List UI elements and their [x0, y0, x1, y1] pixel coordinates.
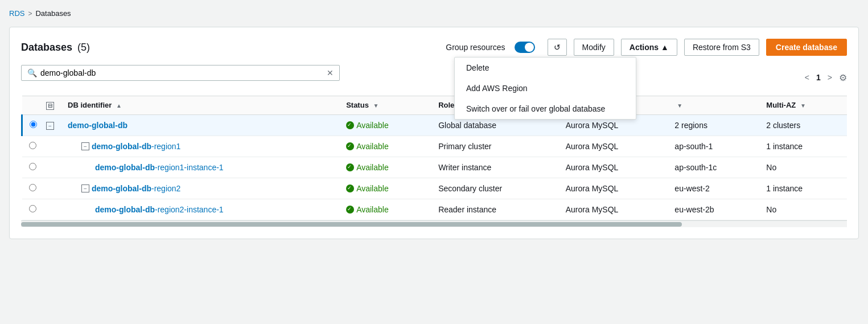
table-container: ⊟ DB identifier ▲ Status ▼ Role ▼ Engine: [21, 96, 847, 227]
actions-dropdown: Delete Add AWS Region Switch over or fai…: [454, 57, 636, 120]
multiaz-cell: No: [759, 199, 847, 220]
radio-cell[interactable]: [22, 178, 40, 199]
expand-cell: [39, 157, 61, 178]
table-row: demo-global-db-region2-instance-1 Availa…: [22, 199, 848, 220]
page-wrapper: RDS > Databases Databases (5) Group reso…: [0, 0, 868, 324]
role-cell: Reader instance: [431, 199, 559, 220]
pagination-controls: < 1 > ⚙: [803, 72, 847, 83]
row-radio[interactable]: [29, 205, 36, 212]
status-badge: Available: [346, 142, 425, 151]
status-check-icon: [346, 121, 354, 129]
panel-title: Databases (5): [21, 42, 90, 54]
expand-icon[interactable]: −: [81, 184, 89, 192]
th-multiaz[interactable]: Multi-AZ ▼: [759, 96, 847, 115]
dropdown-item-delete[interactable]: Delete: [455, 58, 636, 78]
modify-button[interactable]: Modify: [574, 39, 614, 56]
search-input[interactable]: [40, 68, 327, 77]
dropdown-item-switchover[interactable]: Switch over or fail over global database: [455, 99, 636, 119]
header-controls: 🔍 ✕ < 1 > ⚙: [21, 65, 847, 90]
status-cell: Available: [339, 178, 431, 199]
status-badge: Available: [346, 184, 425, 193]
db-identifier-link[interactable]: demo-global-db: [68, 121, 127, 130]
expand-cell[interactable]: −: [39, 114, 61, 136]
settings-button[interactable]: ⚙: [839, 72, 847, 83]
status-check-icon: [346, 184, 354, 192]
size-cell: 2 regions: [668, 114, 759, 136]
breadcrumb-current: Databases: [35, 9, 71, 18]
refresh-button[interactable]: ↺: [548, 39, 567, 56]
status-check-icon: [346, 142, 354, 150]
engine-cell: Aurora MySQL: [559, 199, 668, 220]
next-page-button[interactable]: >: [825, 72, 834, 83]
prev-page-button[interactable]: <: [803, 72, 812, 83]
db-identifier-link[interactable]: demo-global-db-region2: [92, 184, 180, 193]
status-check-icon: [346, 163, 354, 171]
db-identifier-link[interactable]: demo-global-db-region2-instance-1: [95, 205, 224, 214]
clear-icon[interactable]: ✕: [327, 68, 334, 77]
status-badge: Available: [346, 163, 425, 172]
expand-cell[interactable]: [39, 136, 61, 157]
radio-cell[interactable]: [22, 114, 40, 136]
group-resources-label: Group resources: [446, 43, 505, 52]
th-status[interactable]: Status ▼: [339, 96, 431, 115]
breadcrumb-separator: >: [28, 10, 32, 18]
row-radio[interactable]: [29, 142, 36, 149]
sort-icon-status: ▼: [373, 102, 379, 109]
size-cell: ap-south-1: [668, 136, 759, 157]
create-database-button[interactable]: Create database: [766, 39, 847, 56]
size-cell: eu-west-2: [668, 178, 759, 199]
search-icon: 🔍: [27, 68, 37, 77]
dropdown-item-add-region[interactable]: Add AWS Region: [455, 78, 636, 99]
sort-icon: ▲: [116, 102, 122, 109]
size-cell: ap-south-1c: [668, 157, 759, 178]
th-size[interactable]: ▼: [668, 96, 759, 115]
refresh-icon: ↺: [554, 43, 561, 52]
table-row: demo-global-db-region1-instance-1 Availa…: [22, 157, 848, 178]
db-identifier-link[interactable]: demo-global-db-region1-instance-1: [95, 163, 224, 172]
radio-cell[interactable]: [22, 199, 40, 220]
tree-line: − demo-global-db-region2: [81, 184, 332, 193]
engine-cell: Aurora MySQL: [559, 136, 668, 157]
engine-cell: Aurora MySQL: [559, 157, 668, 178]
restore-s3-button[interactable]: Restore from S3: [684, 39, 759, 56]
breadcrumb-rds[interactable]: RDS: [9, 9, 24, 18]
radio-cell[interactable]: [22, 157, 40, 178]
expand-all-icon[interactable]: ⊟: [46, 102, 54, 110]
size-cell: eu-west-2b: [668, 199, 759, 220]
db-identifier-cell: demo-global-db-region1-instance-1: [61, 157, 339, 178]
status-cell: Available: [339, 199, 431, 220]
breadcrumb: RDS > Databases: [9, 9, 859, 18]
horizontal-scrollbar[interactable]: [21, 220, 847, 227]
group-resources-toggle[interactable]: [515, 42, 535, 53]
table-row: − demo-global-db-region2 Available: [22, 178, 848, 199]
engine-cell: Aurora MySQL: [559, 178, 668, 199]
panel-header: Databases (5) Group resources ↺ Modify A…: [21, 39, 847, 56]
expand-cell: [39, 199, 61, 220]
th-db-identifier[interactable]: DB identifier ▲: [61, 96, 339, 115]
expand-icon[interactable]: −: [81, 142, 89, 150]
row-radio[interactable]: [29, 163, 36, 170]
row-radio[interactable]: [30, 121, 37, 128]
databases-table: ⊟ DB identifier ▲ Status ▼ Role ▼ Engine: [21, 96, 847, 220]
db-identifier-cell: demo-global-db-region2-instance-1: [61, 199, 339, 220]
th-expand: ⊟: [39, 96, 61, 115]
sort-icon-size: ▼: [677, 102, 682, 109]
page-number: 1: [816, 73, 821, 82]
db-identifier-cell: − demo-global-db-region1: [61, 136, 339, 157]
db-identifier-cell: demo-global-db: [61, 114, 339, 136]
status-badge: Available: [346, 121, 425, 130]
scrollbar-thumb[interactable]: [21, 222, 682, 227]
expand-icon[interactable]: −: [46, 122, 54, 130]
tree-line: − demo-global-db-region1: [81, 142, 332, 151]
db-identifier-link[interactable]: demo-global-db-region1: [92, 142, 180, 151]
radio-cell[interactable]: [22, 136, 40, 157]
main-panel: Databases (5) Group resources ↺ Modify A…: [9, 27, 859, 239]
actions-button[interactable]: Actions ▲: [621, 39, 677, 56]
db-identifier-cell: − demo-global-db-region2: [61, 178, 339, 199]
row-radio[interactable]: [29, 184, 36, 191]
table-row: − demo-global-db-region1 Available: [22, 136, 848, 157]
role-cell: Writer instance: [431, 157, 559, 178]
expand-cell[interactable]: [39, 178, 61, 199]
multiaz-cell: 1 instance: [759, 178, 847, 199]
multiaz-cell: 2 clusters: [759, 114, 847, 136]
